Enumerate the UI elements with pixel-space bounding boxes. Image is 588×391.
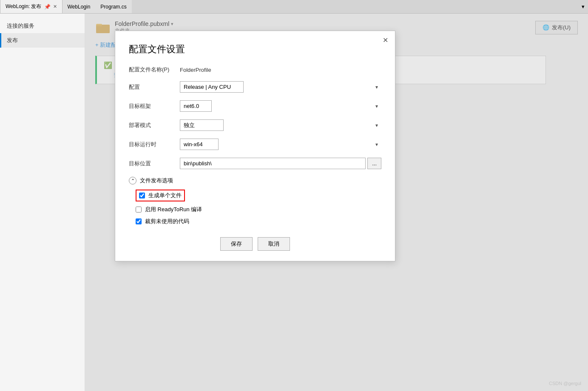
sidebar: 连接的服务 发布 (0, 14, 85, 391)
checkbox-readytorun-label: 启用 ReadyToRun 编译 (145, 206, 202, 213)
location-input-group: ... (180, 158, 381, 169)
checkbox-highlight: 生成单个文件 (136, 190, 185, 201)
label-deploy-mode: 部署模式 (129, 122, 180, 129)
checkbox-single-file[interactable] (139, 193, 145, 198)
active-tab[interactable]: WebLogin: 发布 📌 ✕ (0, 0, 62, 13)
tab-weblogin-label: WebLogin (68, 4, 91, 10)
save-button[interactable]: 保存 (220, 237, 253, 251)
label-framework: 目标框架 (129, 102, 180, 110)
section-title: 文件发布选项 (140, 177, 173, 184)
active-tab-label: WebLogin: 发布 (6, 3, 42, 10)
checkbox-row-trim: 裁剪未使用的代码 (136, 218, 381, 225)
framework-select-wrapper: net6.0 net7.0 net8.0 (180, 100, 381, 112)
location-input[interactable] (180, 158, 366, 169)
pin-icon: 📌 (44, 4, 51, 10)
form-row-deploy-mode: 部署模式 独立 依赖于框架 (129, 119, 381, 131)
deploy-select[interactable]: 独立 依赖于框架 (180, 119, 224, 131)
form-row-profile-name: 配置文件名称(P) FolderProfile (129, 66, 381, 74)
title-bar: WebLogin: 发布 📌 ✕ WebLogin Program.cs ▾ (0, 0, 588, 14)
content-area: FolderProfile.pubxml ▾ 文件夹 🌐 发布(U) + 新建配… (85, 14, 588, 391)
dialog-close-button[interactable]: ✕ (383, 36, 388, 44)
checkbox-row-single-file: 生成单个文件 (136, 190, 381, 201)
form-row-config: 配置 Release | Any CPU Debug | Any CPU Rel… (129, 81, 381, 93)
collapse-icon[interactable]: ⌃ (129, 177, 136, 184)
label-runtime: 目标运行时 (129, 141, 180, 148)
collapse-symbol: ⌃ (131, 178, 135, 184)
close-tab-icon[interactable]: ✕ (53, 4, 57, 9)
dialog-buttons: 保存 取消 (129, 237, 381, 251)
form-row-location: 目标位置 ... (129, 158, 381, 169)
browse-button[interactable]: ... (367, 158, 381, 169)
tab-weblogin[interactable]: WebLogin (62, 0, 96, 13)
form-row-runtime: 目标运行时 win-x64 win-x86 linux-x64 (129, 139, 381, 150)
checkbox-single-file-label: 生成单个文件 (148, 192, 182, 199)
checkbox-readytorun[interactable] (136, 207, 142, 212)
checkbox-row-readytorun: 启用 ReadyToRun 编译 (136, 206, 381, 213)
modal-overlay: ✕ 配置文件设置 配置文件名称(P) FolderProfile 配置 Rele… (85, 14, 588, 391)
title-bar-right: ▾ (582, 3, 588, 10)
cancel-button[interactable]: 取消 (258, 237, 290, 251)
label-profile-name: 配置文件名称(P) (129, 66, 180, 74)
section-header: ⌃ 文件发布选项 (129, 177, 381, 184)
config-select[interactable]: Release | Any CPU Debug | Any CPU Releas… (180, 81, 244, 93)
value-profile-name: FolderProfile (180, 67, 211, 73)
checkbox-trim-label: 裁剪未使用的代码 (145, 218, 189, 225)
framework-select[interactable]: net6.0 net7.0 net8.0 (180, 100, 212, 112)
label-location: 目标位置 (129, 160, 180, 167)
deploy-select-wrapper: 独立 依赖于框架 (180, 119, 381, 131)
tab-program-cs-label: Program.cs (100, 4, 126, 10)
sidebar-item-publish[interactable]: 发布 (0, 33, 85, 48)
config-select-wrapper: Release | Any CPU Debug | Any CPU Releas… (180, 81, 381, 93)
dialog-title: 配置文件设置 (129, 43, 381, 56)
runtime-select[interactable]: win-x64 win-x86 linux-x64 (180, 139, 219, 150)
tab-program-cs[interactable]: Program.cs (95, 0, 131, 13)
sidebar-item-connected-services[interactable]: 连接的服务 (0, 19, 85, 33)
checkbox-trim[interactable] (136, 218, 142, 224)
main-layout: 连接的服务 发布 FolderProfile.pubxml (0, 14, 588, 391)
label-config: 配置 (129, 83, 180, 91)
form-row-framework: 目标框架 net6.0 net7.0 net8.0 (129, 100, 381, 112)
runtime-select-wrapper: win-x64 win-x86 linux-x64 (180, 139, 381, 150)
dialog: ✕ 配置文件设置 配置文件名称(P) FolderProfile 配置 Rele… (115, 31, 395, 261)
title-bar-chevron[interactable]: ▾ (582, 3, 585, 10)
